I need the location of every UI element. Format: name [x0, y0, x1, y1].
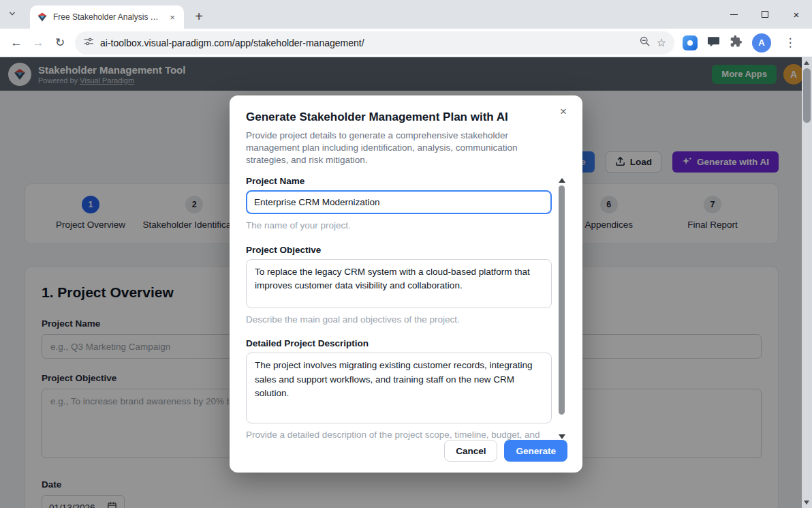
chevron-down-icon: [8, 8, 16, 20]
browser-toolbar: ← → ↻ ai-toolbox.visual-paradigm.com/app…: [0, 29, 812, 57]
generate-button[interactable]: Generate: [504, 440, 567, 462]
scroll-up-icon[interactable]: [804, 61, 809, 65]
modal-project-description-label: Detailed Project Description: [246, 338, 552, 348]
minimize-button[interactable]: [718, 0, 749, 29]
modal-project-objective-label: Project Objective: [246, 245, 552, 255]
zoom-icon[interactable]: [639, 35, 651, 50]
modal-project-name-label: Project Name: [246, 176, 552, 186]
modal-project-objective-input[interactable]: To replace the legacy CRM system with a …: [246, 259, 552, 308]
reload-button[interactable]: ↻: [49, 32, 71, 54]
browser-tab[interactable]: Free Stakeholder Analysis Tool ×: [30, 5, 184, 29]
browser-menu-icon[interactable]: ⋮: [781, 32, 800, 54]
maximize-button[interactable]: [749, 0, 781, 29]
modal-scrollbar[interactable]: [557, 176, 566, 443]
site-favicon-icon: [37, 12, 48, 23]
modal-close-icon[interactable]: ×: [555, 104, 572, 120]
modal-title: Generate Stakeholder Management Plan wit…: [246, 110, 566, 124]
modal-description: Provide project details to generate a co…: [246, 130, 566, 167]
modal-project-name-help: The name of your project.: [246, 220, 552, 233]
tab-close-icon[interactable]: ×: [166, 11, 178, 23]
site-info-icon[interactable]: [83, 36, 94, 50]
generate-plan-modal: × Generate Stakeholder Management Plan w…: [230, 95, 582, 473]
address-bar[interactable]: ai-toolbox.visual-paradigm.com/app/stake…: [75, 31, 674, 55]
modal-scroll-up-icon[interactable]: [559, 178, 565, 183]
bookmark-star-icon[interactable]: ☆: [657, 36, 666, 49]
modal-scrollbar-thumb[interactable]: [559, 185, 565, 415]
modal-project-objective-help: Describe the main goal and objectives of…: [246, 314, 552, 327]
extension-cluster: A ⋮: [683, 32, 800, 54]
cancel-button[interactable]: Cancel: [444, 440, 497, 462]
window-controls: ×: [718, 0, 812, 29]
scroll-down-icon[interactable]: [804, 500, 809, 505]
page-scrollbar-thumb[interactable]: [803, 68, 811, 123]
modal-scroll-area: Project Name The name of your project. P…: [246, 176, 566, 443]
modal-project-description-input[interactable]: The project involves migrating existing …: [246, 353, 552, 423]
minimize-icon: [730, 14, 738, 15]
extensions-puzzle-icon[interactable]: [730, 35, 743, 50]
tab-title: Free Stakeholder Analysis Tool: [53, 12, 162, 22]
maximize-icon: [762, 11, 768, 18]
modal-footer: Cancel Generate: [230, 429, 582, 473]
modal-project-name-input[interactable]: [246, 190, 552, 214]
url-text[interactable]: ai-toolbox.visual-paradigm.com/app/stake…: [100, 38, 633, 48]
tab-strip: Free Stakeholder Analysis Tool × + ×: [0, 0, 812, 29]
browser-window: Free Stakeholder Analysis Tool × + × ← →…: [0, 0, 812, 508]
blue-extension-icon[interactable]: [683, 35, 698, 50]
tab-search-button[interactable]: [0, 0, 20, 29]
chat-extension-icon[interactable]: [707, 35, 720, 50]
window-close-button[interactable]: ×: [781, 0, 812, 29]
page-viewport: Stakeholder Management Tool Powered by V…: [0, 57, 812, 508]
browser-profile-avatar[interactable]: A: [752, 33, 771, 53]
new-tab-button[interactable]: +: [189, 7, 208, 26]
page-scrollbar[interactable]: [802, 57, 812, 508]
back-button[interactable]: ←: [5, 32, 27, 54]
forward-button[interactable]: →: [27, 32, 49, 54]
